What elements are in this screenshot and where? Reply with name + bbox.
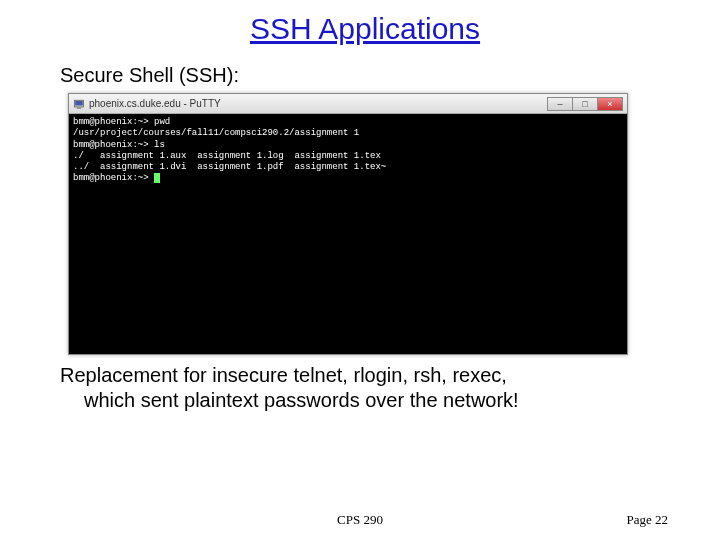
caption: Replacement for insecure telnet, rlogin,… <box>60 363 670 413</box>
window-title-text: phoenix.cs.duke.edu - PuTTY <box>89 98 548 109</box>
putty-icon <box>73 98 85 110</box>
close-button[interactable]: × <box>597 97 623 111</box>
cursor-icon <box>154 173 160 183</box>
minimize-button[interactable]: – <box>547 97 573 111</box>
window-titlebar: phoenix.cs.duke.edu - PuTTY – □ × <box>69 94 627 114</box>
terminal-line: bmm@phoenix:~> pwd <box>73 117 170 127</box>
footer-course: CPS 290 <box>337 512 383 528</box>
maximize-button[interactable]: □ <box>572 97 598 111</box>
subtitle: Secure Shell (SSH): <box>60 64 670 87</box>
footer-page: Page 22 <box>626 512 668 528</box>
caption-line-1: Replacement for insecure telnet, rlogin,… <box>60 363 670 388</box>
terminal-body[interactable]: bmm@phoenix:~> pwd /usr/project/courses/… <box>69 114 627 354</box>
svg-rect-1 <box>75 101 83 106</box>
terminal-window: phoenix.cs.duke.edu - PuTTY – □ × bmm@ph… <box>68 93 628 355</box>
svg-rect-2 <box>77 107 82 108</box>
caption-line-2: which sent plaintext passwords over the … <box>60 388 670 413</box>
window-controls: – □ × <box>548 97 623 111</box>
terminal-line: bmm@phoenix:~> ls <box>73 140 165 150</box>
terminal-line: ./ assignment 1.aux assignment 1.log ass… <box>73 151 381 161</box>
slide-title: SSH Applications <box>60 12 670 46</box>
slide: SSH Applications Secure Shell (SSH): pho… <box>0 0 720 540</box>
terminal-line: ../ assignment 1.dvi assignment 1.pdf as… <box>73 162 386 172</box>
terminal-line: /usr/project/courses/fall11/compsci290.2… <box>73 128 359 138</box>
terminal-line: bmm@phoenix:~> <box>73 173 154 183</box>
